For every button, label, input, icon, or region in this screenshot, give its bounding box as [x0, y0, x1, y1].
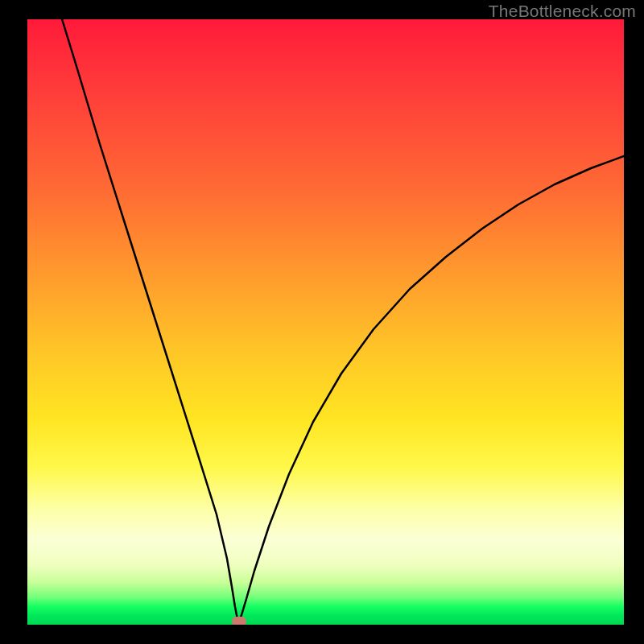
- optimal-point-marker: [232, 617, 246, 625]
- plot-area: [27, 19, 624, 625]
- chart-frame: TheBottleneck.com: [0, 0, 644, 644]
- bottleneck-curve: [27, 19, 624, 625]
- watermark-text: TheBottleneck.com: [489, 2, 636, 21]
- curve-path: [60, 19, 624, 621]
